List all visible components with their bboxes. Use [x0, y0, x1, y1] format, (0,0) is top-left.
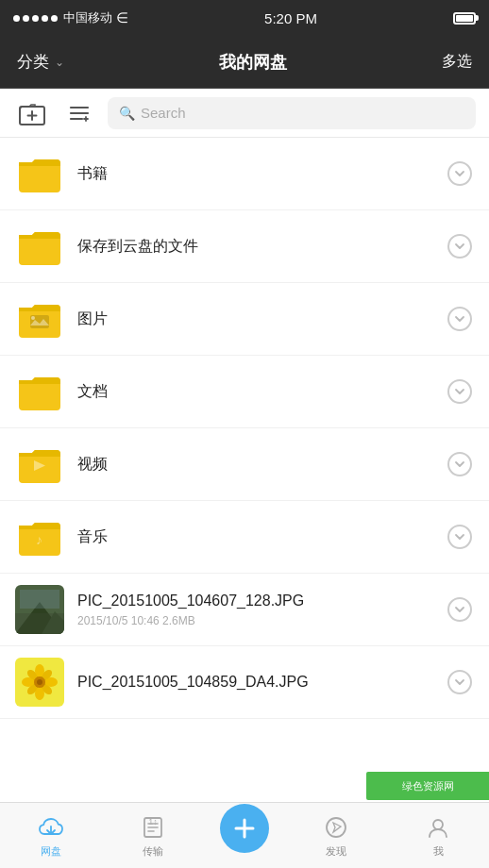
file-action-button[interactable]: [446, 450, 474, 478]
file-action-button[interactable]: [446, 377, 474, 406]
file-name: 书籍: [77, 164, 446, 184]
category-label: 分类: [17, 51, 49, 73]
folder-icon: [15, 367, 64, 416]
file-name: PIC_20151005_104607_128.JPG: [77, 592, 446, 611]
signal-dots: [13, 15, 58, 22]
folder-icon: [15, 440, 64, 489]
file-info: PIC_20151005_104859_DA4.JPG: [77, 673, 446, 693]
file-name: 文档: [77, 382, 446, 402]
svg-rect-15: [15, 613, 64, 634]
status-right: [453, 12, 476, 25]
list-item[interactable]: 保存到云盘的文件: [0, 210, 489, 283]
tab-discover-label: 发现: [326, 844, 346, 859]
expand-icon[interactable]: [447, 597, 472, 622]
nav-bar: 分类 ⌄ 我的网盘 多选: [0, 36, 489, 89]
svg-rect-16: [20, 590, 59, 609]
file-info: 文档: [77, 382, 446, 402]
wifi-icon: ∈: [116, 9, 128, 26]
tab-me[interactable]: 我: [387, 813, 489, 859]
status-bar: 中国移动 ∈ 5:20 PM: [0, 0, 489, 36]
folder-icon: ♪: [15, 512, 64, 561]
list-item[interactable]: PIC_20151005_104607_128.JPG 2015/10/5 10…: [0, 574, 489, 646]
cloud-icon: [37, 813, 65, 842]
file-name: 保存到云盘的文件: [77, 237, 446, 257]
search-placeholder: Search: [141, 105, 186, 121]
list-item[interactable]: ♪ 音乐: [0, 501, 489, 574]
list-view-button[interactable]: [60, 96, 98, 130]
discover-icon: [322, 813, 350, 842]
tab-transfer-label: 传输: [143, 844, 163, 859]
expand-icon[interactable]: [447, 379, 472, 404]
svg-point-28: [37, 679, 42, 685]
list-item[interactable]: 图片: [0, 283, 489, 356]
file-action-button[interactable]: [446, 232, 474, 260]
toolbar: 🔍 Search: [0, 89, 489, 138]
tab-netdisk-label: 网盘: [41, 844, 61, 859]
folder-icon: [15, 149, 64, 198]
file-list: 书籍 保存到云盘的文件 图片: [0, 138, 489, 790]
page-title: 我的网盘: [219, 51, 287, 74]
watermark: 绿色资源网: [366, 772, 489, 800]
file-action-button[interactable]: [446, 159, 474, 188]
svg-text:♪: ♪: [36, 533, 42, 547]
battery-icon: [453, 12, 476, 25]
image-thumbnail: [15, 585, 64, 634]
category-button[interactable]: 分类 ⌄: [17, 51, 64, 73]
add-folder-icon: [17, 98, 47, 128]
profile-icon: [424, 813, 452, 842]
tab-me-label: 我: [433, 844, 444, 859]
folder-icon: [15, 222, 64, 271]
file-action-button[interactable]: [446, 595, 474, 624]
tab-add[interactable]: [204, 804, 285, 868]
carrier-label: 中国移动: [63, 9, 112, 26]
plus-icon: [232, 816, 257, 841]
file-name: 视频: [77, 455, 446, 475]
list-item[interactable]: PIC_20151005_104859_DA4.JPG: [0, 646, 489, 719]
list-item[interactable]: 书籍: [0, 138, 489, 210]
search-icon: 🔍: [119, 106, 135, 121]
file-name: 图片: [77, 309, 446, 329]
file-info: 保存到云盘的文件: [77, 237, 446, 257]
chevron-down-icon: ⌄: [55, 56, 64, 69]
file-info: 书籍: [77, 164, 446, 184]
expand-icon[interactable]: [447, 161, 472, 186]
file-info: 图片: [77, 309, 446, 329]
svg-point-9: [31, 316, 35, 320]
expand-icon[interactable]: [447, 307, 472, 331]
clock: 5:20 PM: [264, 10, 317, 26]
tab-discover[interactable]: 发现: [285, 813, 387, 859]
file-meta: 2015/10/5 10:46 2.6MB: [77, 614, 446, 627]
add-button[interactable]: [220, 804, 269, 853]
svg-point-39: [433, 820, 443, 829]
file-action-button[interactable]: [446, 523, 474, 551]
tab-netdisk[interactable]: 网盘: [0, 813, 102, 859]
file-action-button[interactable]: [446, 305, 474, 333]
multi-select-button[interactable]: 多选: [442, 52, 472, 72]
svg-text:1↕: 1↕: [148, 817, 158, 826]
add-folder-button[interactable]: [13, 96, 51, 130]
expand-icon[interactable]: [447, 234, 472, 259]
status-left: 中国移动 ∈: [13, 9, 128, 26]
file-info: 音乐: [77, 527, 446, 547]
expand-icon[interactable]: [447, 670, 472, 694]
svg-point-37: [327, 818, 346, 837]
list-item[interactable]: 视频: [0, 428, 489, 501]
list-view-icon: [65, 99, 93, 127]
file-info: PIC_20151005_104607_128.JPG 2015/10/5 10…: [77, 592, 446, 627]
file-name: 音乐: [77, 527, 446, 547]
list-item[interactable]: 文档: [0, 356, 489, 428]
tab-transfer[interactable]: 1↕ 传输: [102, 813, 204, 859]
tab-bar: 网盘 1↕ 传输 发现: [0, 802, 489, 868]
transfer-icon: 1↕: [139, 813, 167, 842]
folder-icon: [15, 294, 64, 343]
image-thumbnail: [15, 658, 64, 707]
file-action-button[interactable]: [446, 668, 474, 696]
file-name: PIC_20151005_104859_DA4.JPG: [77, 673, 446, 693]
search-bar[interactable]: 🔍 Search: [108, 97, 476, 129]
expand-icon[interactable]: [447, 525, 472, 549]
svg-marker-38: [333, 823, 341, 832]
file-info: 视频: [77, 455, 446, 475]
expand-icon[interactable]: [447, 452, 472, 476]
